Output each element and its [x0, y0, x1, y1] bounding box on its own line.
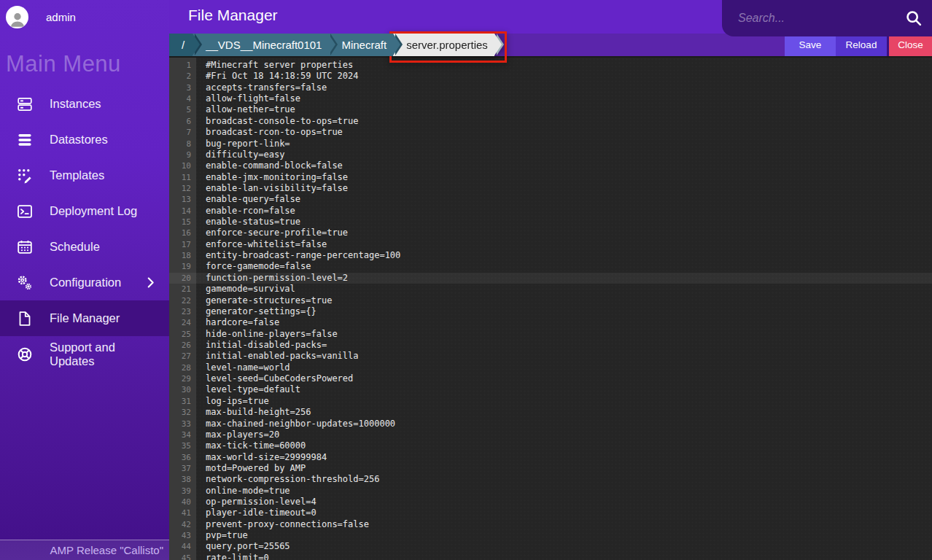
person-icon: [8, 9, 27, 28]
code-line[interactable]: 45rate-limit=0: [169, 553, 932, 560]
code-line[interactable]: 14enable-rcon=false: [169, 206, 932, 217]
code-line[interactable]: 32max-build-height=256: [169, 407, 932, 418]
code-line[interactable]: 40op-permission-level=4: [169, 497, 932, 508]
line-number: 2: [169, 71, 196, 82]
breadcrumb-segment-minecraft[interactable]: Minecraft: [328, 34, 393, 56]
breadcrumb-segment-root[interactable]: /: [169, 34, 193, 56]
code-line[interactable]: 7broadcast-rcon-to-ops=true: [169, 127, 932, 138]
code-line[interactable]: 27initial-enabled-packs=vanilla: [169, 351, 932, 362]
line-number: 8: [169, 139, 196, 149]
code-line[interactable]: 9difficulty=easy: [169, 149, 932, 160]
line-number: 11: [169, 172, 196, 183]
code-line[interactable]: 1#Minecraft server properties: [169, 60, 932, 71]
line-number: 19: [169, 261, 196, 272]
code-line[interactable]: 42prevent-proxy-connections=false: [169, 519, 932, 530]
line-content: max-players=20: [196, 429, 279, 440]
datastores-icon: [16, 131, 34, 149]
code-line[interactable]: 11enable-jmx-monitoring=false: [169, 172, 932, 183]
code-line[interactable]: 44query.port=25565: [169, 541, 932, 552]
code-line[interactable]: 8bug-report-link=: [169, 139, 932, 149]
line-content: op-permission-level=4: [196, 497, 317, 508]
breadcrumb-segment-server-properties[interactable]: server.properties: [393, 34, 494, 56]
sidebar-item-deployment-log[interactable]: Deployment Log: [0, 193, 169, 229]
code-line[interactable]: 6broadcast-console-to-ops=true: [169, 116, 932, 127]
sidebar-item-label: Instances: [50, 97, 101, 111]
sidebar-item-configuration[interactable]: Configuration: [0, 265, 169, 300]
line-number: 40: [169, 497, 196, 508]
line-number: 12: [169, 183, 196, 194]
code-line[interactable]: 28level-name=world: [169, 362, 932, 373]
line-content: enable-command-block=false: [196, 160, 343, 171]
code-line[interactable]: 33max-chained-neighbor-updates=1000000: [169, 419, 932, 429]
code-line[interactable]: 35max-tick-time=60000: [169, 440, 932, 451]
line-number: 22: [169, 295, 196, 306]
close-button[interactable]: Close: [887, 34, 932, 56]
line-number: 5: [169, 104, 196, 115]
code-line[interactable]: 21gamemode=survival: [169, 284, 932, 295]
code-line[interactable]: 23generator-settings={}: [169, 306, 932, 317]
line-number: 36: [169, 452, 196, 463]
code-line[interactable]: 5allow-nether=true: [169, 104, 932, 115]
line-content: broadcast-console-to-ops=true: [196, 116, 359, 127]
line-number: 37: [169, 463, 196, 474]
configuration-icon: [16, 274, 34, 292]
code-line[interactable]: 39online-mode=true: [169, 486, 932, 497]
line-number: 39: [169, 486, 196, 497]
code-line[interactable]: 18entity-broadcast-range-percentage=100: [169, 250, 932, 261]
code-line[interactable]: 38network-compression-threshold=256: [169, 474, 932, 485]
code-line[interactable]: 17enforce-whitelist=false: [169, 239, 932, 250]
code-line[interactable]: 4allow-flight=false: [169, 93, 932, 104]
sidebar: admin Main Menu InstancesDatastoresTempl…: [0, 0, 169, 560]
code-editor[interactable]: 1#Minecraft server properties2#Fri Oct 1…: [169, 56, 932, 560]
sidebar-item-support-and-updates[interactable]: Support and Updates: [0, 336, 169, 372]
avatar: [6, 6, 28, 28]
file-toolbar: /__VDS__Minecraft0101Minecraftserver.pro…: [169, 34, 932, 56]
line-content: online-mode=true: [196, 486, 290, 497]
line-content: hardcore=false: [196, 317, 279, 328]
code-line[interactable]: 19force-gamemode=false: [169, 261, 932, 272]
code-line[interactable]: 37motd=Powered by AMP: [169, 463, 932, 474]
code-line[interactable]: 26initial-disabled-packs=: [169, 340, 932, 351]
line-number: 30: [169, 384, 196, 395]
save-button[interactable]: Save: [785, 34, 836, 56]
line-number: 7: [169, 127, 196, 138]
code-line[interactable]: 13enable-query=false: [169, 194, 932, 205]
code-line[interactable]: 22generate-structures=true: [169, 295, 932, 306]
code-line[interactable]: 24hardcore=false: [169, 317, 932, 328]
code-line[interactable]: 2#Fri Oct 18 14:18:59 UTC 2024: [169, 71, 932, 82]
line-content: rate-limit=0: [196, 553, 269, 560]
code-line[interactable]: 10enable-command-block=false: [169, 160, 932, 171]
toolbar-buttons: SaveReloadClose: [785, 34, 932, 56]
code-line[interactable]: 36max-world-size=29999984: [169, 452, 932, 463]
sidebar-item-instances[interactable]: Instances: [0, 86, 169, 122]
user-menu[interactable]: admin: [0, 0, 169, 34]
reload-button[interactable]: Reload: [836, 34, 887, 56]
line-number: 42: [169, 519, 196, 530]
code-line[interactable]: 3accepts-transfers=false: [169, 82, 932, 93]
sidebar-item-datastores[interactable]: Datastores: [0, 122, 169, 158]
code-line[interactable]: 29level-seed=CubeCodersPowered: [169, 373, 932, 384]
code-line[interactable]: 43pvp=true: [169, 530, 932, 541]
search-icon[interactable]: [904, 9, 923, 28]
code-line[interactable]: 30level-type=default: [169, 384, 932, 395]
line-number: 41: [169, 508, 196, 518]
line-number: 26: [169, 340, 196, 351]
code-line[interactable]: 31log-ips=true: [169, 396, 932, 407]
sidebar-item-schedule[interactable]: Schedule: [0, 229, 169, 265]
sidebar-item-templates[interactable]: Templates: [0, 158, 169, 193]
code-line[interactable]: 34max-players=20: [169, 429, 932, 440]
code-line[interactable]: 12enable-lan-visibility=false: [169, 183, 932, 194]
code-line[interactable]: 15enable-status=true: [169, 217, 932, 228]
code-line[interactable]: 16enforce-secure-profile=true: [169, 228, 932, 238]
line-number: 32: [169, 407, 196, 418]
breadcrumb-label: /: [182, 39, 185, 51]
code-line[interactable]: 25hide-online-players=false: [169, 329, 932, 340]
sidebar-item-file-manager[interactable]: File Manager: [0, 300, 169, 336]
line-content: difficulty=easy: [196, 149, 284, 160]
line-content: enforce-whitelist=false: [196, 239, 327, 250]
breadcrumb-segment-vds-minecraft0101[interactable]: __VDS__Minecraft0101: [193, 34, 328, 56]
code-line[interactable]: 41player-idle-timeout=0: [169, 508, 932, 518]
code-line[interactable]: 20function-permission-level=2: [169, 273, 932, 284]
line-content: network-compression-threshold=256: [196, 474, 379, 485]
search-input[interactable]: [738, 12, 904, 25]
